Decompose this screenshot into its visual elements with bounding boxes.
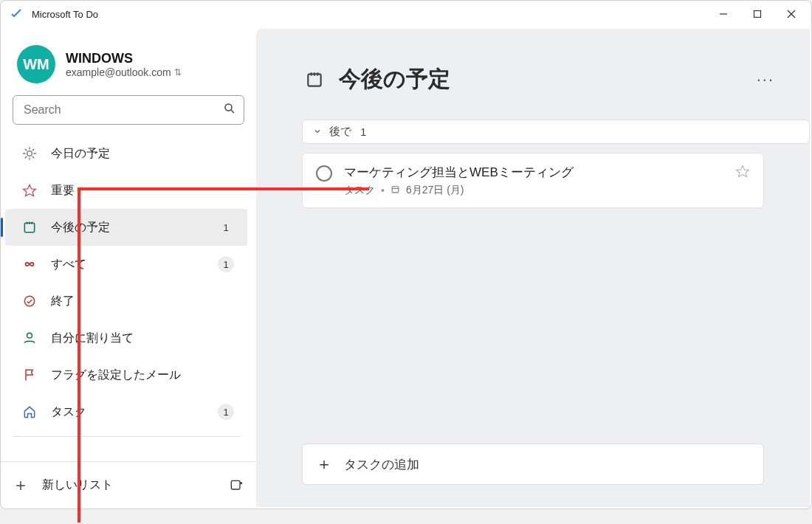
maximize-button[interactable] [740, 2, 774, 26]
app-window: Microsoft To Do WM WINDOWS example@outlo… [0, 0, 812, 509]
star-outline-icon[interactable] [735, 164, 750, 182]
svg-point-4 [225, 104, 232, 111]
plus-icon [13, 478, 29, 494]
star-icon [21, 182, 38, 199]
nav-label: タスク [51, 404, 204, 420]
nav-count: 1 [218, 404, 234, 420]
home-icon [21, 404, 38, 420]
calendar-icon [21, 219, 38, 235]
task-meta: タスク • 6月27日 (月) [344, 184, 723, 197]
chevron-updown-icon: ⇅ [174, 67, 182, 77]
calendar-small-icon [390, 185, 400, 196]
check-circle-icon [21, 293, 38, 309]
svg-rect-16 [24, 223, 34, 232]
page-title: 今後の予定 [339, 64, 751, 94]
svg-rect-27 [308, 74, 320, 86]
group-later[interactable]: 後で 1 [302, 120, 810, 144]
svg-line-12 [32, 156, 34, 158]
infinity-icon [21, 256, 38, 272]
app-icon [8, 6, 24, 22]
add-task-input[interactable]: ＋ タスクの追加 [302, 444, 764, 485]
new-list-label: 新しいリスト [42, 478, 113, 493]
profile-name: WINDOWS [66, 51, 182, 66]
group-label: 後で [329, 125, 351, 139]
svg-line-5 [231, 110, 234, 113]
svg-line-14 [25, 156, 27, 158]
svg-rect-31 [392, 187, 399, 193]
nav-label: 今日の予定 [51, 146, 234, 162]
svg-point-20 [24, 296, 34, 306]
svg-line-11 [25, 149, 27, 151]
task-date: 6月27日 (月) [406, 184, 464, 197]
nav-important[interactable]: 重要 [5, 172, 247, 209]
svg-point-6 [27, 151, 32, 156]
svg-line-13 [32, 149, 34, 151]
nav-label: 自分に割り当て [51, 331, 234, 346]
nav-tasks[interactable]: タスク 1 [5, 393, 247, 430]
main-header: 今後の予定 ··· [256, 29, 810, 102]
nav-label: 今後の予定 [51, 220, 204, 235]
close-button[interactable] [774, 2, 808, 26]
nav-planned[interactable]: 今後の予定 1 [5, 209, 247, 246]
calendar-icon [302, 67, 327, 92]
minimize-button[interactable] [706, 2, 740, 26]
nav-count: 1 [218, 219, 234, 235]
new-group-icon[interactable] [228, 478, 244, 494]
nav-list: 今日の予定 重要 今後の予定 1 [1, 135, 256, 461]
nav-assigned[interactable]: 自分に割り当て [5, 320, 247, 356]
new-list-button[interactable]: 新しいリスト [13, 478, 215, 494]
profile-block[interactable]: WM WINDOWS example@outlook.com ⇅ [1, 33, 256, 92]
person-icon [21, 330, 38, 346]
nav-completed[interactable]: 終了 [5, 283, 247, 320]
nav-label: すべて [51, 257, 204, 272]
sidebar: WM WINDOWS example@outlook.com ⇅ [1, 27, 256, 509]
nav-count: 1 [218, 256, 234, 272]
sun-icon [21, 145, 38, 162]
window-title: Microsoft To Do [32, 9, 98, 20]
nav-myday[interactable]: 今日の予定 [5, 135, 247, 172]
nav-label: 終了 [51, 294, 234, 309]
task-list-label: タスク [344, 184, 375, 197]
svg-rect-1 [754, 11, 761, 18]
chevron-down-icon [313, 125, 322, 138]
search-input[interactable] [24, 103, 223, 117]
profile-email: example@outlook.com ⇅ [66, 66, 182, 78]
search-box[interactable] [13, 95, 244, 125]
plus-icon: ＋ [316, 456, 332, 472]
svg-marker-33 [737, 166, 749, 177]
task-title: マーケティング担当とWEBミーティング [344, 164, 723, 181]
nav-label: 重要 [51, 183, 234, 199]
svg-rect-24 [231, 480, 240, 489]
more-button[interactable]: ··· [751, 67, 780, 92]
nav-flagged[interactable]: フラグを設定したメール [5, 356, 247, 393]
svg-point-21 [27, 333, 32, 338]
task-row[interactable]: マーケティング担当とWEBミーティング タスク • 6月27日 (月) [302, 153, 764, 208]
sidebar-bottom: 新しいリスト [1, 461, 256, 509]
search-icon [223, 102, 236, 118]
add-task-label: タスクの追加 [344, 456, 419, 473]
group-count: 1 [360, 125, 366, 138]
flag-icon [21, 367, 38, 383]
title-bar: Microsoft To Do [1, 1, 811, 27]
nav-divider [13, 436, 240, 437]
avatar: WM [17, 45, 55, 83]
main-pane: 今後の予定 ··· 後で 1 マーケティング担当とWEBミーティング タスク • [256, 29, 810, 507]
task-checkbox[interactable] [316, 165, 332, 182]
nav-all[interactable]: すべて 1 [5, 246, 247, 283]
svg-marker-15 [24, 185, 36, 196]
nav-label: フラグを設定したメール [51, 368, 234, 383]
